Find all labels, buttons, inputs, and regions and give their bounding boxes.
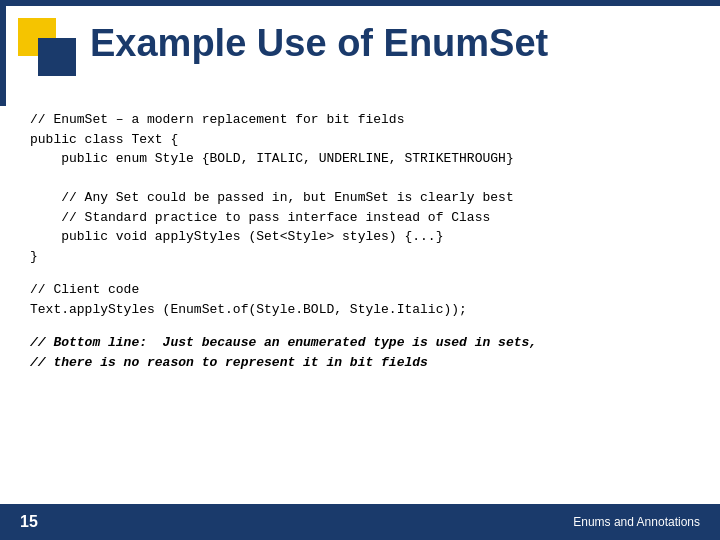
code-content: // EnumSet – a modern replacement for bi…	[30, 110, 700, 490]
code-line-2-1: // Client code	[30, 280, 700, 300]
code-block-2: // Client code Text.applyStyles (EnumSet…	[30, 280, 700, 319]
top-accent-bar	[0, 0, 720, 6]
code-line-1-1: // EnumSet – a modern replacement for bi…	[30, 110, 700, 130]
code-line-1-3: public enum Style {BOLD, ITALIC, UNDERLI…	[30, 149, 700, 169]
code-line-1-6: // Standard practice to pass interface i…	[30, 208, 700, 228]
deco-blue-square	[38, 38, 76, 76]
code-line-1-4	[30, 169, 700, 189]
code-line-1-5: // Any Set could be passed in, but EnumS…	[30, 188, 700, 208]
code-line-3-1: // Bottom line: Just because an enumerat…	[30, 333, 700, 353]
left-accent-bar	[0, 6, 6, 106]
footer-title: Enums and Annotations	[573, 515, 700, 529]
bottom-bar: 15 Enums and Annotations	[0, 504, 720, 540]
code-line-3-2: // there is no reason to represent it in…	[30, 353, 700, 373]
code-line-1-2: public class Text {	[30, 130, 700, 150]
code-block-1: // EnumSet – a modern replacement for bi…	[30, 110, 700, 266]
code-line-1-8: }	[30, 247, 700, 267]
code-block-3: // Bottom line: Just because an enumerat…	[30, 333, 700, 372]
code-line-2-2: Text.applyStyles (EnumSet.of(Style.BOLD,…	[30, 300, 700, 320]
code-line-1-7: public void applyStyles (Set<Style> styl…	[30, 227, 700, 247]
slide-title: Example Use of EnumSet	[90, 22, 548, 65]
page-number: 15	[20, 513, 38, 531]
